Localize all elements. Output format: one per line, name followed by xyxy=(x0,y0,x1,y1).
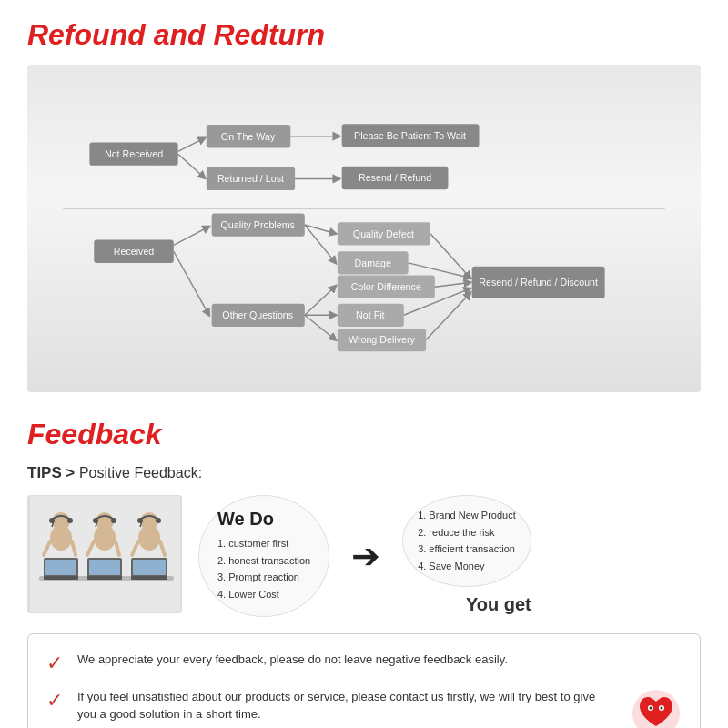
svg-text:Color Difference: Color Difference xyxy=(351,281,421,292)
you-get-item-1: 1. Brand New Product xyxy=(418,507,516,524)
tips-text: Positive Feedback: xyxy=(79,465,202,480)
svg-rect-51 xyxy=(87,576,122,580)
note-text-1: We appreciate your every feedback, pleas… xyxy=(77,651,682,669)
svg-point-66 xyxy=(111,518,116,523)
svg-text:On The Way: On The Way xyxy=(221,131,276,142)
svg-text:Received: Received xyxy=(114,246,155,257)
svg-line-26 xyxy=(305,315,336,339)
svg-point-59 xyxy=(67,518,73,523)
svg-point-80 xyxy=(650,706,652,709)
svg-text:Quality Problems: Quality Problems xyxy=(221,219,295,230)
svg-line-17 xyxy=(174,251,209,315)
svg-point-73 xyxy=(156,518,161,523)
svg-rect-55 xyxy=(133,560,166,575)
feedback-note-row-2: ✓ If you feel unsatisfied about our prod… xyxy=(46,688,682,728)
stick-figure-svg xyxy=(30,496,180,612)
svg-rect-48 xyxy=(44,576,78,580)
feedback-section: Feedback TIPS > Positive Feedback: xyxy=(27,418,701,728)
svg-rect-52 xyxy=(89,560,120,575)
we-do-box: We Do 1. customer first 2. honest transa… xyxy=(198,495,329,617)
svg-text:Wrong Delivery: Wrong Delivery xyxy=(349,334,416,345)
feedback-note-row-1: ✓ We appreciate your every feedback, ple… xyxy=(46,651,682,675)
big-arrow-icon: ➔ xyxy=(351,536,380,576)
flowchart-svg: Not Received On The Way Returned / Lost … xyxy=(36,81,692,372)
svg-text:Resend / Refund: Resend / Refund xyxy=(359,172,431,183)
we-do-item-3: 3. Prompt reaction xyxy=(217,569,310,586)
you-get-item-4: 4. Save Money xyxy=(418,558,516,575)
feedback-note-box: ✓ We appreciate your every feedback, ple… xyxy=(27,633,701,728)
svg-rect-49 xyxy=(46,560,76,575)
svg-line-39 xyxy=(435,282,470,287)
you-get-area: 1. Brand New Product 2. reduce the risk … xyxy=(402,495,531,615)
svg-text:Please Be Patient To Wait: Please Be Patient To Wait xyxy=(354,130,466,141)
tips-line: TIPS > Positive Feedback: xyxy=(27,464,701,482)
svg-line-1 xyxy=(178,138,205,152)
svg-text:Other Questions: Other Questions xyxy=(222,309,293,320)
svg-text:Not Fit: Not Fit xyxy=(356,309,385,320)
svg-line-16 xyxy=(174,227,209,245)
svg-line-41 xyxy=(426,293,470,340)
you-get-label: You get xyxy=(466,594,531,615)
section1-title: Refound and Redturn xyxy=(27,18,701,52)
svg-text:Resend / Refund / Discount: Resend / Refund / Discount xyxy=(479,277,598,288)
feedback-image xyxy=(27,495,182,613)
we-do-item-4: 4. Lower Cost xyxy=(217,586,310,603)
svg-line-2 xyxy=(178,154,205,177)
svg-rect-54 xyxy=(131,576,167,580)
we-do-list: 1. customer first 2. honest transaction … xyxy=(217,535,310,603)
svg-line-23 xyxy=(305,225,336,263)
svg-line-37 xyxy=(430,234,470,278)
checkmark-icon-1: ✓ xyxy=(46,652,66,675)
you-get-item-3: 3. efficient transaction xyxy=(418,541,516,558)
svg-point-81 xyxy=(661,706,663,709)
you-get-list: 1. Brand New Product 2. reduce the risk … xyxy=(402,495,531,587)
svg-line-22 xyxy=(305,225,336,234)
you-get-item-2: 2. reduce the risk xyxy=(418,524,516,541)
tips-arrow: > xyxy=(66,464,79,481)
note-text-2: If you feel unsatisfied about our produc… xyxy=(77,688,612,723)
heart-icon xyxy=(631,688,682,728)
svg-text:Damage: Damage xyxy=(355,258,391,268)
svg-line-24 xyxy=(305,286,336,315)
svg-text:Quality Defect: Quality Defect xyxy=(353,228,414,239)
svg-text:Not Received: Not Received xyxy=(105,148,163,159)
we-do-item-1: 1. customer first xyxy=(217,535,310,552)
tips-label: TIPS xyxy=(27,464,62,481)
feedback-row: We Do 1. customer first 2. honest transa… xyxy=(27,495,701,617)
flowchart-container: Not Received On The Way Returned / Lost … xyxy=(27,65,701,392)
checkmark-icon-2: ✓ xyxy=(46,689,66,713)
section2-title: Feedback xyxy=(27,418,701,451)
svg-text:Returned / Lost: Returned / Lost xyxy=(217,173,284,184)
we-do-title: We Do xyxy=(217,509,310,530)
we-do-item-2: 2. honest transaction xyxy=(217,552,310,570)
